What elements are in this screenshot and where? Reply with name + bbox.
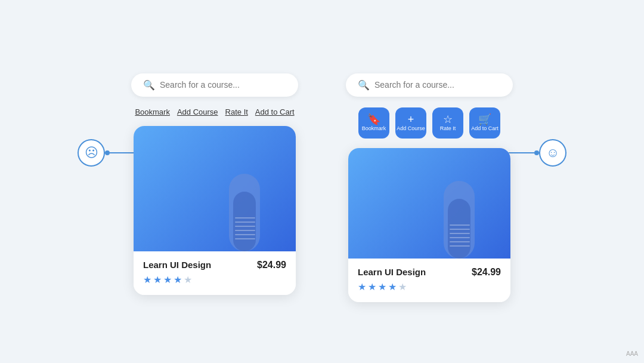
right-card-row: Learn UI Design $24.99 — [358, 267, 501, 278]
bookmark-icon: 🔖 — [367, 114, 380, 125]
left-panel: ☹ 🔍 Bookmark Add Course Rate It Add to C… — [131, 73, 298, 295]
left-card-image — [134, 126, 296, 251]
star-icon: ☆ — [443, 114, 453, 125]
left-card-title: Learn UI Design — [143, 260, 211, 270]
bookmark-label: Bookmark — [362, 126, 386, 131]
star-2: ★ — [153, 274, 162, 285]
add-course-button[interactable]: + Add Course — [395, 107, 426, 139]
right-card-deco-lines — [450, 224, 470, 247]
left-search-bar[interactable]: 🔍 — [131, 73, 298, 97]
search-icon: 🔍 — [143, 79, 155, 91]
right-toolbar-icons: 🔖 Bookmark + Add Course ☆ Rate It 🛒 Add … — [358, 107, 500, 139]
line-dot-right — [534, 150, 539, 155]
left-search-input[interactable] — [160, 80, 286, 90]
right-card-info: Learn UI Design $24.99 ★ ★ ★ ★ ★ — [348, 259, 510, 302]
rate-it-label: Rate It — [440, 126, 456, 131]
left-add-to-cart-link[interactable]: Add to Cart — [255, 107, 295, 116]
card-deco-lines — [235, 217, 255, 239]
bookmark-button[interactable]: 🔖 Bookmark — [358, 107, 389, 139]
right-star-1: ★ — [358, 281, 366, 293]
search-icon-right: 🔍 — [358, 79, 370, 91]
happy-face-icon: ☺ — [539, 139, 566, 167]
sad-face-icon: ☹ — [78, 139, 105, 167]
watermark: AAA — [626, 350, 638, 357]
star-3: ★ — [163, 274, 172, 285]
rate-it-button[interactable]: ☆ Rate It — [432, 107, 463, 139]
right-card-stars: ★ ★ ★ ★ ★ — [358, 281, 501, 293]
left-course-card: Learn UI Design $24.99 ★ ★ ★ ★ ★ — [134, 126, 296, 295]
left-add-course-link[interactable]: Add Course — [177, 107, 218, 116]
right-star-3: ★ — [378, 281, 386, 293]
right-star-2: ★ — [368, 281, 376, 293]
right-search-bar[interactable]: 🔍 — [346, 73, 513, 97]
left-card-price: $24.99 — [257, 260, 286, 270]
line-dot-left — [105, 150, 110, 155]
left-rate-it-link[interactable]: Rate It — [225, 107, 248, 116]
left-card-stars: ★ ★ ★ ★ ★ — [143, 274, 286, 285]
left-bookmark-link[interactable]: Bookmark — [135, 107, 170, 116]
right-panel: 🔍 🔖 Bookmark + Add Course ☆ Rate It 🛒 Ad… — [346, 73, 513, 302]
star-1: ★ — [143, 274, 151, 285]
right-search-input[interactable] — [374, 80, 501, 90]
star-5: ★ — [184, 274, 192, 285]
cart-icon: 🛒 — [478, 114, 491, 125]
add-to-cart-label: Add to Cart — [471, 126, 499, 131]
right-card-title: Learn UI Design — [358, 267, 426, 277]
star-4: ★ — [174, 274, 182, 285]
left-card-info: Learn UI Design $24.99 ★ ★ ★ ★ ★ — [134, 251, 296, 295]
left-toolbar-text: Bookmark Add Course Rate It Add to Cart — [135, 107, 294, 116]
add-course-label: Add Course — [397, 126, 425, 131]
add-to-cart-button[interactable]: 🛒 Add to Cart — [469, 107, 500, 139]
left-card-row: Learn UI Design $24.99 — [143, 260, 286, 270]
right-card-image — [348, 148, 510, 259]
plus-icon: + — [408, 114, 414, 125]
right-star-4: ★ — [388, 281, 397, 293]
right-course-card: Learn UI Design $24.99 ★ ★ ★ ★ ★ — [348, 148, 510, 302]
right-star-5: ★ — [398, 281, 407, 293]
right-card-price: $24.99 — [472, 267, 501, 278]
